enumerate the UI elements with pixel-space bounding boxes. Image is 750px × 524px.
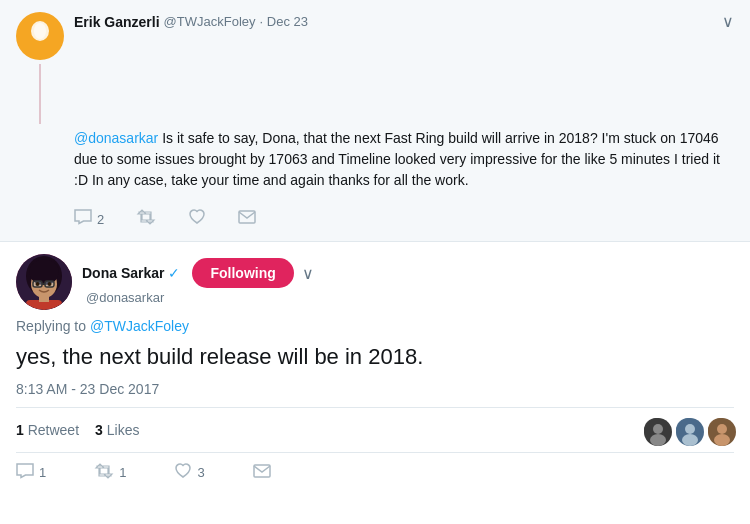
second-tweet-mail-action[interactable] [253, 464, 271, 482]
second-tweet-retweet-action[interactable]: 1 [94, 463, 126, 483]
first-tweet-avatar-wrapper [16, 12, 64, 124]
first-tweet-actions: 2 [74, 201, 734, 241]
retweeter-avatar-1 [642, 416, 670, 444]
retweet-stat[interactable]: 1 Retweet [16, 422, 79, 438]
heart-icon [188, 209, 206, 229]
first-tweet-date: · Dec 23 [260, 14, 308, 29]
first-tweet-meta: Erik Ganzerli @TWJackFoley · Dec 23 ∨ [74, 12, 734, 31]
second-tweet: Dona Sarkar ✓ Following ∨ @donasarkar Re… [0, 242, 750, 495]
second-tweet-chevron-icon[interactable]: ∨ [302, 264, 314, 283]
second-tweet-name-row: Dona Sarkar ✓ Following ∨ [82, 258, 734, 288]
svg-rect-2 [239, 211, 255, 223]
second-tweet-actions: 1 1 3 [16, 457, 734, 483]
svg-point-18 [685, 424, 695, 434]
second-retweet-icon [94, 463, 114, 483]
first-tweet-body: @donasarkar Is it safe to say, Dona, tha… [74, 128, 734, 191]
comment-icon [74, 209, 92, 229]
second-tweet-retweet-count: 1 [119, 465, 126, 480]
first-tweet-avatar[interactable] [16, 12, 64, 60]
first-tweet-mention[interactable]: @donasarkar [74, 130, 158, 146]
first-tweet-retweet-action[interactable] [136, 209, 156, 229]
retweeter-avatars [642, 416, 734, 444]
svg-point-15 [653, 424, 663, 434]
second-mail-icon [253, 464, 271, 482]
svg-point-21 [717, 424, 727, 434]
first-tweet-chevron-icon[interactable]: ∨ [722, 12, 734, 31]
second-tweet-main-text: yes, the next build release will be in 2… [16, 342, 734, 373]
svg-rect-23 [254, 465, 270, 477]
following-button[interactable]: Following [192, 258, 293, 288]
reply-to-mention[interactable]: @TWJackFoley [90, 318, 189, 334]
thread-line [39, 64, 41, 124]
svg-point-1 [34, 23, 46, 39]
retweeter-avatar-2 [674, 416, 702, 444]
first-tweet-handle[interactable]: @TWJackFoley [164, 14, 256, 29]
first-tweet-mail-action[interactable] [238, 210, 256, 228]
second-tweet-stats: 1 Retweet 3 Likes [16, 407, 734, 453]
retweeter-avatar-3 [706, 416, 734, 444]
first-tweet-like-action[interactable] [188, 209, 206, 229]
second-tweet-header: Dona Sarkar ✓ Following ∨ @donasarkar [16, 254, 734, 310]
retweet-icon [136, 209, 156, 229]
second-heart-icon [174, 463, 192, 483]
mail-icon [238, 210, 256, 228]
likes-stat[interactable]: 3 Likes [95, 422, 139, 438]
first-tweet-author-name[interactable]: Erik Ganzerli [74, 14, 160, 30]
second-tweet-like-action[interactable]: 3 [174, 463, 204, 483]
second-tweet-timestamp: 8:13 AM - 23 Dec 2017 [16, 381, 734, 397]
reply-to: Replying to @TWJackFoley [16, 318, 734, 334]
second-tweet-author-name[interactable]: Dona Sarkar [82, 265, 164, 281]
second-tweet-like-count: 3 [197, 465, 204, 480]
second-tweet-handle[interactable]: @donasarkar [86, 290, 164, 305]
second-tweet-avatar[interactable] [16, 254, 72, 310]
svg-rect-13 [39, 296, 49, 302]
first-tweet-reply-action[interactable]: 2 [74, 209, 104, 229]
second-tweet-name-info: Dona Sarkar ✓ Following ∨ [82, 258, 314, 288]
second-comment-icon [16, 463, 34, 483]
second-tweet-reply-count: 1 [39, 465, 46, 480]
first-tweet-reply-count: 2 [97, 212, 104, 227]
svg-point-10 [36, 282, 40, 286]
svg-point-16 [650, 434, 666, 446]
second-tweet-meta: Dona Sarkar ✓ Following ∨ @donasarkar [82, 258, 734, 306]
second-tweet-reply-action[interactable]: 1 [16, 463, 46, 483]
svg-point-11 [48, 282, 52, 286]
svg-point-19 [682, 434, 698, 446]
first-tweet: Erik Ganzerli @TWJackFoley · Dec 23 ∨ @d… [0, 0, 750, 242]
verified-badge-icon: ✓ [168, 265, 180, 281]
svg-point-22 [714, 434, 730, 446]
